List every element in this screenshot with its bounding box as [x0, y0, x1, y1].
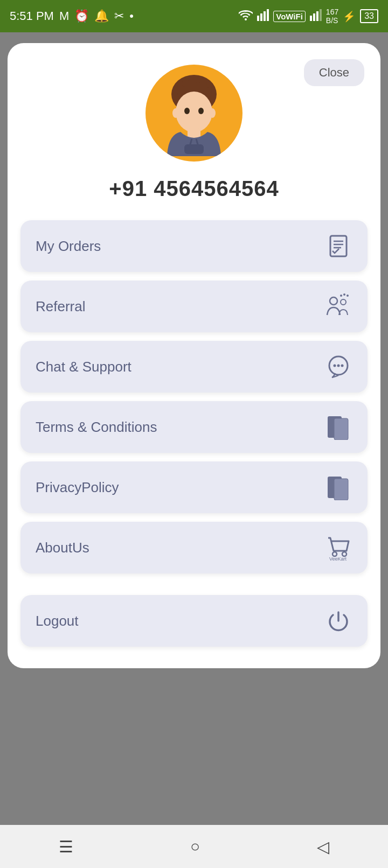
svg-rect-34 [334, 479, 348, 500]
chat-support-label: Chat & Support [36, 359, 131, 375]
privacy-label: PrivacyPolicy [36, 479, 119, 496]
power-icon [324, 607, 352, 635]
my-orders-label: My Orders [36, 238, 101, 255]
cart-icon: VeeKart [324, 534, 352, 562]
close-button[interactable]: Close [304, 59, 364, 86]
referral-icon [324, 292, 352, 320]
svg-point-14 [184, 108, 190, 114]
dot-icon: • [129, 9, 134, 23]
logout-button[interactable]: Logout [20, 595, 368, 647]
vowifi-badge: VoWiFi [273, 11, 306, 22]
svg-text:VeeKart: VeeKart [329, 556, 347, 562]
svg-point-24 [340, 295, 342, 297]
svg-point-22 [330, 297, 337, 305]
svg-rect-32 [334, 418, 348, 440]
svg-point-29 [337, 365, 340, 367]
terms-label: Terms & Conditions [36, 419, 157, 436]
avatar-image [151, 70, 237, 156]
orders-icon [324, 232, 352, 260]
my-orders-button[interactable]: My Orders [20, 220, 368, 272]
svg-rect-0 [257, 16, 259, 21]
about-us-label: AboutUs [36, 540, 89, 556]
terms-icon [324, 413, 352, 441]
terms-button[interactable]: Terms & Conditions [20, 401, 368, 453]
avatar [146, 65, 242, 162]
home-nav-icon[interactable]: ○ [190, 837, 200, 856]
call-icon: ✂ [114, 9, 124, 23]
signal-icon [257, 9, 269, 24]
svg-point-16 [172, 108, 179, 118]
svg-rect-7 [320, 9, 322, 21]
chat-support-button[interactable]: Chat & Support [20, 341, 368, 393]
logout-label: Logout [36, 613, 79, 629]
profile-card: Close +91 4564564564 [8, 43, 380, 668]
privacy-button[interactable]: PrivacyPolicy [20, 461, 368, 513]
svg-point-25 [343, 293, 345, 296]
referral-label: Referral [36, 298, 85, 315]
svg-point-23 [341, 299, 346, 305]
bottom-nav: ☰ ○ ◁ [0, 825, 388, 868]
gmail-icon: M [59, 9, 69, 23]
svg-point-30 [341, 365, 344, 367]
svg-rect-1 [260, 13, 262, 21]
signal2-icon [310, 9, 322, 24]
svg-point-28 [334, 365, 336, 367]
menu-list: My Orders Referral [20, 220, 368, 573]
about-us-button[interactable]: AboutUs VeeKart [20, 522, 368, 573]
svg-point-17 [209, 108, 216, 118]
back-nav-icon[interactable]: ◁ [317, 837, 329, 856]
chat-icon [324, 353, 352, 381]
referral-button[interactable]: Referral [20, 281, 368, 332]
status-right: VoWiFi 167B/S ⚡ 33 [239, 8, 378, 25]
svg-rect-5 [313, 13, 315, 21]
time: 5:51 PM [10, 9, 54, 23]
svg-point-26 [347, 295, 349, 297]
alarm-icon: ⏰ [74, 9, 89, 23]
svg-rect-13 [184, 144, 204, 154]
svg-point-15 [198, 108, 204, 114]
menu-nav-icon[interactable]: ☰ [59, 837, 73, 856]
svg-rect-6 [316, 11, 318, 21]
wifi-icon [239, 9, 253, 24]
battery-indicator: 33 [360, 9, 378, 23]
status-bar: 5:51 PM M ⏰ 🔔 ✂ • VoWiFi [0, 0, 388, 32]
media-icon: 🔔 [94, 9, 109, 23]
svg-rect-4 [310, 16, 312, 21]
svg-point-35 [332, 552, 337, 556]
status-left: 5:51 PM M ⏰ 🔔 ✂ • [10, 9, 134, 23]
phone-number: +91 4564564564 [109, 177, 279, 201]
svg-point-36 [342, 552, 347, 556]
data-speed: 167B/S [326, 8, 338, 25]
privacy-icon [324, 473, 352, 501]
svg-rect-3 [267, 9, 269, 21]
svg-rect-2 [264, 11, 266, 21]
logout-section: Logout [20, 595, 368, 647]
svg-point-9 [176, 92, 212, 132]
svg-rect-18 [330, 236, 347, 256]
charging-icon: ⚡ [343, 10, 356, 23]
